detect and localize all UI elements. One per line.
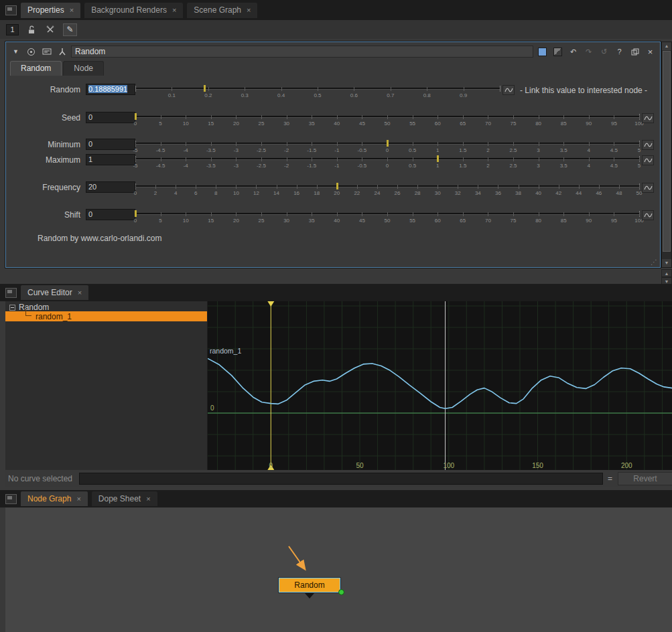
scrollbar-thumb[interactable] [663,51,671,252]
panel-up-icon[interactable]: ▲ [661,269,672,277]
scroll-down-icon[interactable]: ▼ [662,259,671,267]
redo-icon[interactable]: ↷ [582,46,595,58]
tab-background-renders[interactable]: Background Renders × [84,3,183,18]
slider-marker[interactable] [387,140,389,147]
animation-curve-button[interactable] [642,183,654,193]
help-button[interactable]: ? [613,46,626,58]
slider-tick-label: -2.5 [257,147,266,153]
node-output-connector[interactable] [305,593,314,599]
slider-tick-label: 0.1 [168,92,176,98]
node-graph-canvas[interactable]: Random [5,507,672,632]
node-icon[interactable] [40,46,53,58]
revert-icon[interactable]: ↺ [598,46,610,58]
expression-input[interactable] [79,473,603,485]
param-value-field[interactable]: 0 [86,139,135,150]
close-icon[interactable]: × [78,289,82,297]
slider-tick [539,212,539,216]
animation-curve-button[interactable] [642,140,654,150]
slider-tick [287,142,287,146]
lock-open-icon[interactable] [25,24,38,35]
node-color-swatch[interactable] [536,46,549,58]
value-text: 0 [88,210,92,218]
slider-tick [563,142,564,146]
slider-tick-label: 95 [611,218,617,224]
slider-tick-label: 2 [486,147,489,153]
slider-marker[interactable] [135,113,137,120]
slider-marker[interactable] [135,210,137,217]
node-graph-tabbar: Node Graph × Dope Sheet × [0,490,672,507]
close-panel-button[interactable]: × [644,46,657,58]
slider-marker[interactable] [204,85,206,92]
tab-node-graph[interactable]: Node Graph × [21,491,88,506]
slider-tick-label: 55 [409,218,415,224]
vertical-scrollbar[interactable]: ▲ ▼ [661,42,672,268]
slider-tick [362,157,362,161]
x-axis-label: 100 [443,462,454,469]
collapse-icon[interactable]: ▼ [9,46,22,58]
curve-plot[interactable]: 0501001502000random_1 [208,301,672,470]
close-icon[interactable]: × [70,6,74,14]
tab-dope-sheet[interactable]: Dope Sheet × [92,491,157,506]
slider-marker[interactable] [336,183,338,189]
undo-icon[interactable]: ↶ [567,46,580,58]
slider-tick [261,142,262,146]
float-panel-icon[interactable] [628,46,641,58]
slider-tick [337,142,338,146]
tab-random[interactable]: Random [10,61,62,76]
curve-graph-area[interactable]: 0501001502000random_1 [208,301,672,470]
slider-tick-label: 70 [485,121,491,127]
revert-button[interactable]: Revert [618,472,672,485]
tab-scene-graph[interactable]: Scene Graph × [187,3,257,18]
param-slider[interactable]: 0246810121416182022242628303234363840424… [135,183,639,200]
animation-curve-button[interactable] [502,85,515,95]
center-node-icon[interactable] [25,46,38,58]
pane-menu-icon[interactable] [5,5,17,15]
animation-curve-button[interactable] [642,113,654,123]
slider-tick-label: 45 [359,121,365,127]
slider-tick-label: 4.5 [610,147,618,153]
param-value-field[interactable]: 0.18885991 [86,84,135,95]
slider-tick [196,185,196,189]
node-random[interactable]: Random [279,578,340,592]
tab-curve-editor[interactable]: Curve Editor × [21,285,88,300]
slider-tick [354,87,354,91]
node-name-input[interactable] [71,46,533,58]
param-slider[interactable]: 0510152025303540455055606570758085909510… [135,113,639,131]
slider-tick [377,185,378,189]
param-value-field[interactable]: 20 [86,181,135,193]
param-value-field[interactable]: 0 [86,209,135,220]
status-message: No curve selected [8,474,72,483]
slider-tick [589,157,590,161]
tab-node[interactable]: Node [63,61,104,76]
close-icon[interactable]: × [76,495,80,503]
slider-tick-label: 5 [638,147,641,153]
slider-tick [513,157,514,161]
pane-menu-icon[interactable] [5,494,17,504]
y-axis-zero-label: 0 [210,404,214,412]
param-slider[interactable]: 0510152025303540455055606570758085909510… [135,210,639,228]
gl-color-swatch[interactable] [551,46,564,58]
tab-properties[interactable]: Properties × [21,3,80,18]
animation-curve-button[interactable] [642,155,654,165]
param-value-field[interactable]: 0 [86,112,135,123]
pane-menu-icon[interactable] [5,288,17,298]
close-icon[interactable]: × [146,495,150,503]
resize-grip[interactable]: ⋰ [651,258,657,266]
scroll-up-icon[interactable]: ▲ [662,42,671,50]
close-icon[interactable]: × [172,6,176,14]
animation-curve-button[interactable] [642,210,654,220]
param-slider[interactable]: 0.10.20.30.40.50.60.70.80.9 [135,85,500,102]
slider-tick-label: 44 [576,190,582,196]
max-panels-count[interactable]: 1 [6,24,19,35]
animation-curve[interactable] [208,358,672,408]
tree-item-random1-selected[interactable]: random_1 [5,311,207,321]
clear-panels-icon[interactable] [44,24,56,35]
slider-tick-label: 90 [586,121,592,127]
edit-pencil-icon[interactable]: ✎ [63,23,77,36]
slider-marker[interactable] [437,155,439,162]
param-value-field[interactable]: 1 [86,154,135,165]
close-icon[interactable]: × [247,6,251,14]
collapse-expander-icon[interactable] [9,305,15,311]
fork-icon[interactable] [56,46,68,58]
param-slider[interactable]: -5-4.5-4-3.5-3-2.5-2-1.5-1-0.500.511.522… [135,155,639,173]
